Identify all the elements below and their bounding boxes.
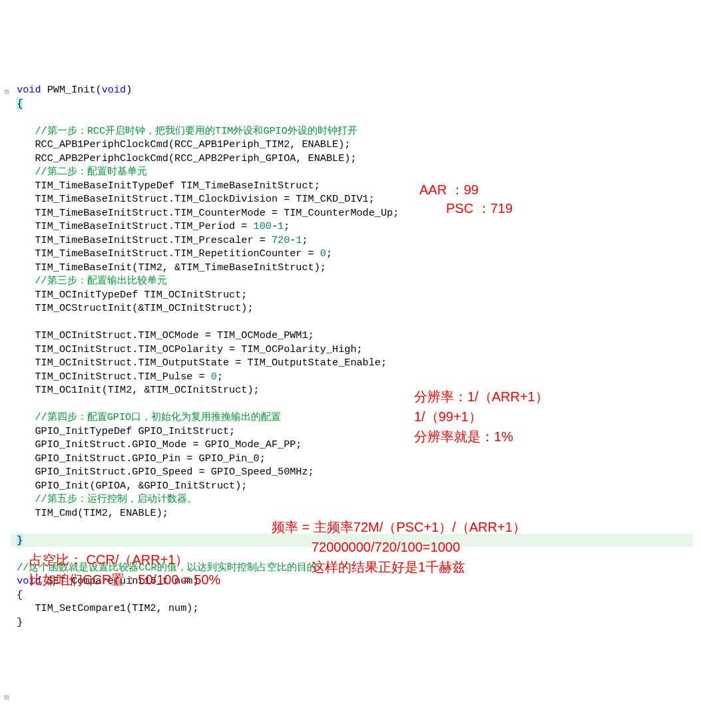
fold-minus-icon[interactable]: ⊟ — [3, 85, 11, 99]
keyword-void: void — [102, 84, 126, 96]
code-line: TIM_OCInitStruct.TIM_OCPolarity = TIM_OC… — [11, 343, 363, 355]
code-line: GPIO_InitTypeDef GPIO_InitStruct; — [11, 425, 235, 437]
code-line: //第五步：运行控制，启动计数器。 — [11, 493, 197, 505]
blank — [11, 398, 35, 410]
code-line: TIM_TimeBaseInitStruct.TIM_RepetitionCou… — [11, 248, 332, 260]
blank — [11, 520, 17, 532]
code-line: TIM_TimeBaseInitStruct.TIM_ClockDivision… — [11, 193, 375, 205]
comment: //第三步：配置输出比较单元 — [35, 275, 166, 287]
blank — [11, 71, 17, 83]
annotation-resolution-3: 分辨率就是：1% — [414, 428, 513, 445]
code-line: TIM_TimeBaseInitStruct.TIM_CounterMode =… — [11, 207, 399, 219]
code-line: //第二步：配置时基单元 — [11, 166, 147, 178]
code-line: TIM_TimeBaseInit(TIM2, &TIM_TimeBaseInit… — [11, 262, 326, 273]
code-line: TIM_TimeBaseInitTypeDef TIM_TimeBaseInit… — [11, 180, 320, 192]
annotation-psc: PSC ：719 — [446, 200, 513, 217]
comment: //第一步：RCC开启时钟，把我们要用的TIM外设和GPIO外设的时钟打开 — [35, 125, 357, 137]
annotation-frequency-3: 这样的结果正好是1千赫兹 — [312, 558, 465, 576]
code-line: TIM_TimeBaseInitStruct.TIM_Prescaler = 7… — [11, 234, 308, 246]
paren-close: ) — [126, 84, 132, 96]
blank — [11, 548, 17, 560]
func-signature: void PWM_Init(void) — [11, 84, 132, 96]
annotation-frequency-2: 72000000/720/100=1000 — [312, 538, 460, 556]
fold-minus-icon[interactable]: ⊟ — [3, 691, 11, 705]
annotation-duty-2: 比如咱们CCR置：50/100 = 50% — [29, 571, 220, 588]
annotation-aar: AAR ：99 — [419, 181, 479, 198]
code-line: TIM_OCInitTypeDef TIM_OCInitStruct; — [11, 289, 247, 301]
code-line: //第四步：配置GPIO口，初始化为复用推挽输出的配置 — [11, 411, 281, 423]
code-line: RCC_APB2PeriphClockCmd(RCC_APB2Periph_GP… — [11, 152, 357, 164]
annotation-duty-1: 占空比： CCR/（ARR+1） — [29, 551, 188, 568]
code-line: TIM_TimeBaseInitStruct.TIM_Period = 100-… — [11, 220, 290, 232]
code-line: TIM_SetCompare1(TIM2, num); — [11, 602, 199, 614]
code-line: //第一步：RCC开启时钟，把我们要用的TIM外设和GPIO外设的时钟打开 — [11, 125, 357, 137]
blank — [11, 316, 35, 328]
code-line: GPIO_InitStruct.GPIO_Speed = GPIO_Speed_… — [11, 466, 314, 478]
code-line: TIM_OCInitStruct.TIM_OCMode = TIM_OCMode… — [11, 329, 314, 341]
brace-close: } — [11, 616, 23, 628]
annotation-frequency-1: 频率 = 主频率72M/（PSC+1）/（ARR+1） — [272, 518, 526, 536]
blank — [11, 111, 17, 123]
code-line: TIM_OC1Init(TIM2, &TIM_OCInitStruct); — [11, 384, 260, 396]
fn-name: PWM_Init( — [41, 84, 102, 96]
code-line: //第三步：配置输出比较单元 — [11, 275, 167, 287]
comment: //第五步：运行控制，启动计数器。 — [35, 493, 196, 505]
comment: //第四步：配置GPIO口，初始化为复用推挽输出的配置 — [35, 411, 281, 423]
brace-open: { — [11, 98, 23, 110]
code-line: TIM_OCStructInit(&TIM_OCInitStruct); — [11, 302, 254, 314]
code-line: TIM_Cmd(TIM2, ENABLE); — [11, 507, 168, 519]
annotation-resolution-1: 分辨率：1/（ARR+1） — [414, 388, 549, 405]
code-line: RCC_APB1PeriphClockCmd(RCC_APB1Periph_TI… — [11, 138, 350, 150]
keyword-void: void — [17, 84, 41, 96]
annotation-resolution-2: 1/（99+1） — [414, 408, 482, 425]
brace-open: { — [11, 589, 23, 601]
code-line: GPIO_InitStruct.GPIO_Mode = GPIO_Mode_AF… — [11, 439, 302, 451]
comment: //第二步：配置时基单元 — [35, 166, 146, 178]
code-line: GPIO_InitStruct.GPIO_Pin = GPIO_Pin_0; — [11, 453, 266, 464]
brace-close: } — [17, 534, 23, 546]
code-line: TIM_OCInitStruct.TIM_Pulse = 0; — [11, 371, 223, 383]
code-line: TIM_OCInitStruct.TIM_OutputState = TIM_O… — [11, 357, 387, 369]
code-line: GPIO_Init(GPIOA, &GPIO_InitStruct); — [11, 480, 247, 492]
